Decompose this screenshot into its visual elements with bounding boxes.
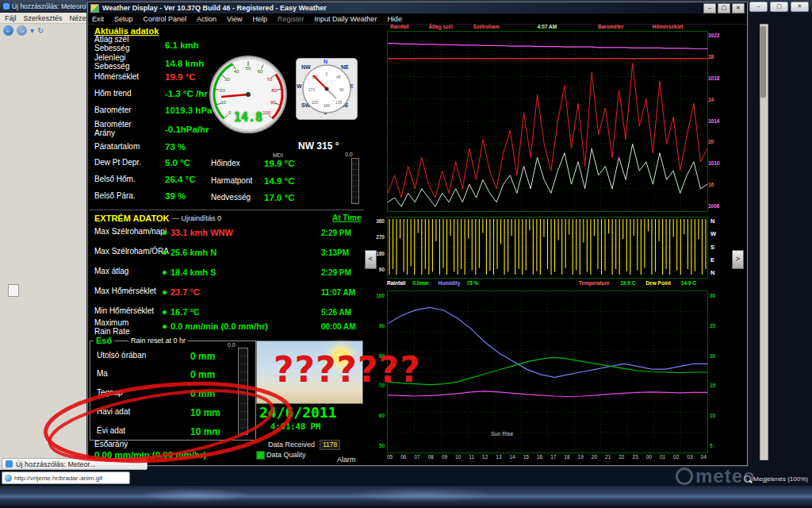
legend-label: Humidity	[438, 280, 460, 286]
menu-item[interactable]: Hide	[387, 15, 402, 23]
compass-axis-letter: N	[710, 269, 716, 276]
rain-label: Utolsó órában	[97, 352, 167, 360]
section-heading-extreme: EXTRÉM ADATOK	[94, 214, 170, 223]
compass-axis-letter: S	[710, 244, 716, 251]
direction-chart-compass-axis: NWSEN	[710, 217, 716, 276]
app-close-button[interactable]: ✕	[732, 3, 745, 13]
rain-panel: Eső Rain reset at 0 hr Utolsó órában 0 m…	[90, 341, 256, 441]
legend-label: 0.0mm	[412, 280, 429, 286]
extreme-label: Max átlag	[94, 267, 170, 276]
maximize-button[interactable]: ▢	[770, 2, 788, 12]
browser-toolbar: ← → ▾ ↻	[0, 24, 89, 37]
rain-value: 0 mm	[190, 351, 215, 362]
rain-gauge-value: 0.0	[228, 342, 236, 348]
chart-scroll-left-button[interactable]: <	[365, 250, 377, 269]
menu-item[interactable]: Input Daily Weather	[315, 15, 377, 23]
data-received-count: 1178	[320, 440, 340, 450]
x-axis-tick: 18	[564, 454, 569, 460]
browser-menu-item[interactable]: Szerkesztés	[24, 14, 63, 22]
browser-tab[interactable]: Új hozzászólás: Meteorológ...	[0, 0, 89, 13]
browser-menu-item[interactable]: Nézet	[70, 14, 89, 22]
x-axis-tick: 00	[646, 454, 652, 460]
compass-axis-letter: W	[710, 230, 716, 237]
field-value: 19.9 °C	[264, 159, 294, 168]
menu-item[interactable]: Action	[197, 15, 216, 23]
data-received-label: Data Received	[268, 441, 315, 448]
field-value: 1019.3 hPa	[165, 106, 212, 115]
app-minimize-button[interactable]: –	[703, 3, 716, 13]
axis-tick: 90	[379, 267, 385, 272]
axis-tick: 1014	[708, 118, 727, 124]
extreme-label: Max Szélroham/ÓRA	[94, 248, 170, 256]
x-axis-tick: 22	[619, 454, 624, 460]
rain-gauge-bar	[238, 348, 248, 435]
bottom-chart-right-axis: 30252015105	[710, 293, 726, 448]
x-axis-tick: 08	[428, 454, 434, 460]
legend-label: 14.9 C	[681, 280, 696, 286]
field-label: Dew Pt Depr.	[94, 159, 164, 167]
x-axis-tick: 02	[673, 454, 679, 460]
axis-tick: 1006	[708, 203, 727, 209]
close-button[interactable]: ✕	[791, 2, 809, 12]
minimize-button[interactable]: –	[749, 2, 768, 12]
menu-item[interactable]: Control Panel	[144, 15, 187, 23]
x-axis-tick: 13	[496, 454, 501, 460]
wind-speed-readout: 14.8	[224, 110, 272, 125]
field-label: Jelenlegi Sebesség	[94, 54, 136, 71]
x-axis-tick: 19	[578, 454, 584, 460]
field-label: Hőmérséklet	[94, 73, 164, 82]
taskbar-status-item[interactable]: Új hozzászólás: Meteor...	[2, 458, 147, 470]
chat-icon	[6, 460, 13, 468]
menu-item[interactable]: Setup	[114, 15, 133, 23]
page-background-left	[0, 37, 89, 470]
field-value: -1.3 °C /hr	[165, 89, 208, 98]
legend-label: Rainfall	[387, 280, 405, 286]
browser-scrollbar[interactable]	[760, 24, 768, 460]
axis-tick: 28	[708, 54, 727, 60]
app-icon	[90, 4, 99, 13]
gauge-tick: 10	[220, 100, 226, 105]
refresh-icon[interactable]: ↻	[37, 26, 44, 35]
zoom-control[interactable]: Megjelenés (100%)	[744, 475, 808, 483]
axis-tick: 180	[376, 251, 385, 256]
rain-value: 10 mm	[190, 426, 220, 437]
back-button-icon[interactable]: ←	[3, 25, 13, 36]
field-label: Hőm trend	[94, 90, 164, 98]
x-axis-tick: 15	[523, 454, 529, 460]
menu-item[interactable]: Exit	[92, 15, 104, 23]
address-text: http://vrijeme.hr/bradar-anim.gif	[14, 475, 102, 482]
outer-window-controls: – ▢ ✕	[749, 2, 809, 12]
field-value: 14.9 °C	[264, 176, 294, 186]
scrollbar-thumb[interactable]	[760, 26, 766, 98]
weather-display-window: Weather Display - Ver 10.37Q Build 46 - …	[87, 2, 748, 466]
compass-degree: 0	[326, 71, 328, 76]
browser-menu-item[interactable]: Fájl	[5, 14, 17, 22]
axis-tick: 90	[379, 323, 385, 329]
gauge-tick: 50	[246, 66, 251, 71]
menu-item[interactable]: View	[227, 15, 242, 23]
extreme-time: 2:29 PM	[321, 229, 351, 237]
axis-tick: 16	[708, 182, 727, 187]
app-maximize-button[interactable]: ▢	[718, 3, 730, 13]
axis-tick: 70	[379, 383, 385, 388]
field-value: 73 %	[165, 142, 186, 152]
chart-header-label: Rainfall	[390, 24, 408, 29]
status-dot-icon	[163, 271, 167, 275]
dropdown-icon[interactable]: ▾	[30, 26, 34, 35]
window-title-bar[interactable]: Weather Display - Ver 10.37Q Build 46 - …	[88, 2, 747, 13]
chart-scroll-right-button[interactable]: >	[732, 250, 744, 269]
extreme-value: 0.0 mm/min (0.0 mm/hr)	[170, 321, 268, 331]
gauge-tick: 90	[270, 100, 276, 105]
rain-value: 0 mm	[190, 388, 215, 399]
axis-tick: 20	[708, 139, 727, 144]
axis-tick: 270	[376, 234, 385, 240]
menu-item[interactable]: Help	[252, 15, 267, 23]
extreme-subheading: — Ujraindítás 0	[172, 214, 221, 222]
forward-button-icon[interactable]: →	[17, 25, 27, 36]
extreme-label: Min Hőmérséklet	[94, 307, 170, 316]
extreme-value: 33.1 kmh WNW	[170, 228, 233, 237]
x-axis-tick: 23	[632, 454, 638, 460]
link-address-field[interactable]: http://vrijeme.hr/bradar-anim.gif	[2, 471, 130, 484]
menu-item[interactable]: Register	[278, 15, 304, 23]
x-axis-tick: 17	[550, 454, 556, 460]
